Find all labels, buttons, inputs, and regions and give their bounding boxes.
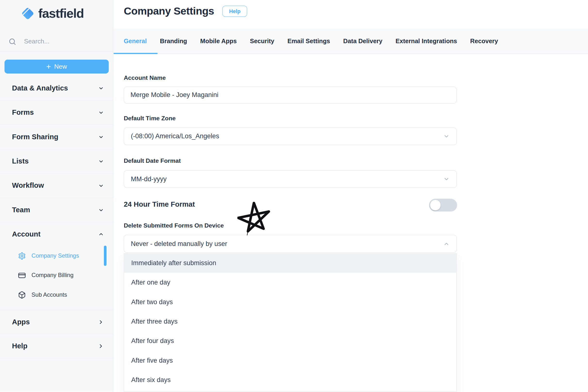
search-placeholder: Search... [24,38,50,45]
sidebar-item-label: Team [12,206,30,214]
sidebar-item-label: Form Sharing [12,133,58,141]
sidebar-item-label: Sub Accounts [32,291,67,298]
plus-icon: + [46,62,51,70]
page-title: Company Settings [124,5,214,17]
tab-security[interactable]: Security [250,38,274,45]
tab-email-settings[interactable]: Email Settings [288,38,330,45]
sidebar-item-sub-accounts[interactable]: Sub Accounts [0,285,113,304]
sidebar-item-label: Help [12,342,28,350]
toggle-knob [430,200,440,210]
date-format-select[interactable]: MM-dd-yyyy [124,170,457,188]
star-doodle-annotation [238,202,273,240]
search-icon [8,38,16,46]
divider [0,52,113,52]
sidebar-item-label: Forms [12,108,34,117]
chevron-down-icon [98,110,104,115]
sidebar: fastfield Search... + New Data & Analyti… [0,0,113,392]
chevron-down-icon [443,133,450,140]
search-input[interactable]: Search... [0,32,113,51]
tab-data-delivery[interactable]: Data Delivery [343,38,382,45]
chevron-down-icon [98,134,104,140]
chevron-right-icon [98,343,104,349]
date-format-label: Default Date Format [124,158,181,164]
chevron-up-icon [98,232,104,237]
new-button[interactable]: + New [4,60,109,74]
main-panel: Company Settings Help General Branding M… [114,0,588,392]
sidebar-item-lists[interactable]: Lists [0,149,113,174]
account-name-input[interactable] [124,86,457,104]
sidebar-item-company-settings[interactable]: Company Settings [0,246,113,266]
new-button-label: New [54,63,67,70]
sidebar-item-label: Company Settings [32,252,79,259]
delete-forms-value: Never - deleted manually by user [131,240,227,248]
sidebar-item-label: Company Billing [32,272,74,279]
chevron-down-icon [98,158,104,164]
active-tab-underline [114,53,158,54]
dropdown-option[interactable]: After four days [124,331,456,350]
dropdown-option[interactable]: After one day [124,273,456,292]
brand-logo: fastfield [0,0,113,20]
sidebar-item-label: Workflow [12,182,44,190]
app-window: fastfield Search... + New Data & Analyti… [0,0,588,392]
cube-icon [18,291,26,298]
account-name-label: Account Name [124,75,166,82]
tab-general[interactable]: General [124,38,147,45]
tab-recovery[interactable]: Recovery [470,38,498,45]
sidebar-item-company-billing[interactable]: Company Billing [0,266,113,285]
active-indicator [104,246,106,266]
sidebar-item-label: Data & Analytics [12,84,68,92]
gear-icon [18,252,26,260]
chevron-down-icon [98,86,104,91]
chevron-up-icon [443,241,450,247]
tab-mobile-apps[interactable]: Mobile Apps [200,38,237,45]
sidebar-item-form-sharing[interactable]: Form Sharing [0,125,113,149]
time-zone-select[interactable]: (-08:00) America/Los_Angeles [124,128,457,145]
help-button[interactable]: Help [222,6,248,17]
fastfield-logo-icon [20,6,35,20]
dropdown-option[interactable]: After three days [124,312,456,331]
sidebar-item-label: Lists [12,157,28,166]
dropdown-option[interactable]: After two days [124,292,456,312]
time-zone-value: (-08:00) America/Los_Angeles [131,132,219,140]
chevron-down-icon [98,207,104,213]
sidebar-item-help[interactable]: Help [0,334,113,358]
credit-card-icon [18,271,26,279]
sidebar-item-label: Apps [12,318,30,326]
sidebar-item-account[interactable]: Account [0,222,113,246]
brand-wordmark: fastfield [38,6,84,20]
sidebar-nav: Data & Analytics Forms Form Sharing List… [0,76,113,358]
sidebar-item-apps[interactable]: Apps [0,310,113,334]
sidebar-item-forms[interactable]: Forms [0,100,113,125]
page-header: Company Settings Help [124,5,247,17]
delete-forms-dropdown: Immediately after submission After one d… [124,253,457,392]
chevron-down-icon [98,183,104,188]
sidebar-item-workflow[interactable]: Workflow [0,174,113,198]
hour-format-label: 24 Hour Time Format [124,200,195,208]
tab-branding[interactable]: Branding [160,38,187,45]
dropdown-option[interactable]: Immediately after submission [124,253,456,272]
dropdown-option[interactable]: After six days [124,370,456,390]
delete-forms-select[interactable]: Never - deleted manually by user [124,235,457,253]
hour-format-toggle[interactable] [429,199,457,212]
account-submenu: Company Settings Company Billing Sub Acc… [0,246,113,310]
sidebar-item-label: Account [12,230,40,238]
date-format-value: MM-dd-yyyy [131,175,167,183]
dropdown-option[interactable]: After five days [124,350,456,370]
delete-forms-label: Delete Submitted Forms On Device [124,222,224,229]
chevron-down-icon [443,176,450,182]
sidebar-item-team[interactable]: Team [0,198,113,222]
time-zone-label: Default Time Zone [124,115,176,122]
settings-tabs: General Branding Mobile Apps Security Em… [114,28,588,54]
chevron-right-icon [98,319,104,325]
tab-external-integrations[interactable]: External Integrations [396,38,457,45]
sidebar-item-data-analytics[interactable]: Data & Analytics [0,76,113,100]
